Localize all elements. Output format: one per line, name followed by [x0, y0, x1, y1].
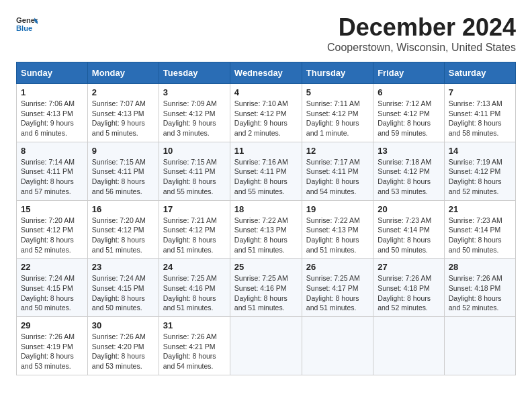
day-info: Sunrise: 7:15 AMSunset: 4:11 PMDaylight:…	[92, 157, 154, 197]
calendar-cell: 6Sunrise: 7:12 AMSunset: 4:12 PMDaylight…	[373, 84, 445, 142]
calendar-body: 1Sunrise: 7:06 AMSunset: 4:13 PMDaylight…	[17, 84, 516, 375]
day-info: Sunrise: 7:19 AMSunset: 4:12 PMDaylight:…	[449, 157, 511, 197]
calendar-cell: 10Sunrise: 7:15 AMSunset: 4:11 PMDayligh…	[159, 142, 230, 200]
day-number: 15	[21, 204, 83, 214]
page-subtitle: Cooperstown, Wisconsin, United States	[327, 42, 516, 54]
calendar-header-friday: Friday	[373, 62, 445, 84]
day-info: Sunrise: 7:06 AMSunset: 4:13 PMDaylight:…	[21, 99, 83, 138]
calendar-cell: 4Sunrise: 7:10 AMSunset: 4:12 PMDaylight…	[230, 84, 302, 142]
calendar-cell: 29Sunrise: 7:26 AMSunset: 4:19 PMDayligh…	[17, 317, 88, 375]
calendar-cell: 15Sunrise: 7:20 AMSunset: 4:12 PMDayligh…	[17, 200, 88, 259]
calendar-cell	[302, 317, 373, 375]
calendar-cell: 30Sunrise: 7:26 AMSunset: 4:20 PMDayligh…	[87, 317, 159, 375]
calendar-cell: 20Sunrise: 7:23 AMSunset: 4:14 PMDayligh…	[373, 200, 445, 259]
day-number: 31	[163, 320, 226, 330]
calendar-table: SundayMondayTuesdayWednesdayThursdayFrid…	[16, 62, 516, 375]
calendar-cell: 28Sunrise: 7:26 AMSunset: 4:18 PMDayligh…	[444, 259, 515, 317]
day-info: Sunrise: 7:23 AMSunset: 4:14 PMDaylight:…	[378, 216, 440, 255]
calendar-cell	[230, 317, 302, 375]
calendar-header-row: SundayMondayTuesdayWednesdayThursdayFrid…	[17, 62, 516, 84]
day-info: Sunrise: 7:25 AMSunset: 4:17 PMDaylight:…	[306, 273, 369, 313]
day-number: 5	[306, 87, 369, 97]
calendar-cell: 21Sunrise: 7:23 AMSunset: 4:14 PMDayligh…	[444, 200, 515, 259]
day-number: 17	[163, 204, 226, 214]
day-number: 7	[449, 87, 511, 97]
calendar-cell: 13Sunrise: 7:18 AMSunset: 4:12 PMDayligh…	[373, 142, 445, 200]
day-number: 30	[92, 320, 154, 330]
calendar-week-row: 8Sunrise: 7:14 AMSunset: 4:11 PMDaylight…	[17, 142, 516, 200]
calendar-cell: 18Sunrise: 7:22 AMSunset: 4:13 PMDayligh…	[230, 200, 302, 259]
day-info: Sunrise: 7:09 AMSunset: 4:12 PMDaylight:…	[163, 99, 226, 138]
day-info: Sunrise: 7:13 AMSunset: 4:11 PMDaylight:…	[449, 99, 511, 138]
day-info: Sunrise: 7:21 AMSunset: 4:12 PMDaylight:…	[163, 216, 226, 255]
calendar-week-row: 29Sunrise: 7:26 AMSunset: 4:19 PMDayligh…	[17, 317, 516, 375]
day-info: Sunrise: 7:22 AMSunset: 4:13 PMDaylight:…	[234, 216, 298, 255]
day-info: Sunrise: 7:26 AMSunset: 4:20 PMDaylight:…	[92, 332, 154, 371]
day-info: Sunrise: 7:11 AMSunset: 4:12 PMDaylight:…	[306, 99, 369, 138]
calendar-header-saturday: Saturday	[444, 62, 515, 84]
calendar-header-monday: Monday	[87, 62, 159, 84]
day-info: Sunrise: 7:18 AMSunset: 4:12 PMDaylight:…	[378, 157, 440, 197]
day-number: 4	[234, 87, 298, 97]
calendar-cell: 17Sunrise: 7:21 AMSunset: 4:12 PMDayligh…	[159, 200, 230, 259]
calendar-cell: 16Sunrise: 7:20 AMSunset: 4:12 PMDayligh…	[87, 200, 159, 259]
day-info: Sunrise: 7:07 AMSunset: 4:13 PMDaylight:…	[92, 99, 154, 138]
day-info: Sunrise: 7:25 AMSunset: 4:16 PMDaylight:…	[163, 273, 226, 313]
calendar-cell: 22Sunrise: 7:24 AMSunset: 4:15 PMDayligh…	[17, 259, 88, 317]
day-number: 10	[163, 146, 226, 156]
calendar-header-wednesday: Wednesday	[230, 62, 302, 84]
calendar-cell: 3Sunrise: 7:09 AMSunset: 4:12 PMDaylight…	[159, 84, 230, 142]
calendar-cell: 8Sunrise: 7:14 AMSunset: 4:11 PMDaylight…	[17, 142, 88, 200]
day-number: 9	[92, 146, 154, 156]
day-number: 25	[234, 262, 298, 272]
calendar-cell: 9Sunrise: 7:15 AMSunset: 4:11 PMDaylight…	[87, 142, 159, 200]
calendar-cell: 1Sunrise: 7:06 AMSunset: 4:13 PMDaylight…	[17, 84, 88, 142]
day-info: Sunrise: 7:15 AMSunset: 4:11 PMDaylight:…	[163, 157, 226, 197]
day-info: Sunrise: 7:26 AMSunset: 4:18 PMDaylight:…	[378, 273, 440, 313]
logo-icon: General Blue	[16, 13, 38, 35]
day-info: Sunrise: 7:26 AMSunset: 4:18 PMDaylight:…	[449, 273, 511, 313]
day-number: 22	[21, 262, 83, 272]
day-number: 29	[21, 320, 83, 330]
day-info: Sunrise: 7:26 AMSunset: 4:21 PMDaylight:…	[163, 332, 226, 371]
day-number: 8	[21, 146, 83, 156]
day-number: 13	[378, 146, 440, 156]
day-info: Sunrise: 7:10 AMSunset: 4:12 PMDaylight:…	[234, 99, 298, 138]
logo: General Blue	[16, 13, 38, 35]
day-number: 26	[306, 262, 369, 272]
day-number: 19	[306, 204, 369, 214]
day-number: 27	[378, 262, 440, 272]
page-header: General Blue December 2024 Cooperstown, …	[16, 13, 516, 54]
day-info: Sunrise: 7:14 AMSunset: 4:11 PMDaylight:…	[21, 157, 83, 197]
day-number: 1	[21, 87, 83, 97]
calendar-cell: 25Sunrise: 7:25 AMSunset: 4:16 PMDayligh…	[230, 259, 302, 317]
day-info: Sunrise: 7:12 AMSunset: 4:12 PMDaylight:…	[378, 99, 440, 138]
day-info: Sunrise: 7:20 AMSunset: 4:12 PMDaylight:…	[21, 216, 83, 255]
calendar-header-tuesday: Tuesday	[159, 62, 230, 84]
day-number: 12	[306, 146, 369, 156]
page-title: December 2024	[327, 13, 516, 42]
day-number: 2	[92, 87, 154, 97]
day-number: 21	[449, 204, 511, 214]
calendar-cell: 7Sunrise: 7:13 AMSunset: 4:11 PMDaylight…	[444, 84, 515, 142]
day-number: 14	[449, 146, 511, 156]
calendar-header-thursday: Thursday	[302, 62, 373, 84]
day-info: Sunrise: 7:22 AMSunset: 4:13 PMDaylight:…	[306, 216, 369, 255]
calendar-cell: 23Sunrise: 7:24 AMSunset: 4:15 PMDayligh…	[87, 259, 159, 317]
day-number: 6	[378, 87, 440, 97]
day-info: Sunrise: 7:16 AMSunset: 4:11 PMDaylight:…	[234, 157, 298, 197]
svg-text:Blue: Blue	[16, 24, 32, 32]
calendar-header-sunday: Sunday	[17, 62, 88, 84]
day-number: 24	[163, 262, 226, 272]
day-info: Sunrise: 7:17 AMSunset: 4:11 PMDaylight:…	[306, 157, 369, 197]
day-info: Sunrise: 7:24 AMSunset: 4:15 PMDaylight:…	[21, 273, 83, 313]
calendar-cell	[444, 317, 515, 375]
calendar-week-row: 15Sunrise: 7:20 AMSunset: 4:12 PMDayligh…	[17, 200, 516, 259]
day-info: Sunrise: 7:24 AMSunset: 4:15 PMDaylight:…	[92, 273, 154, 313]
day-number: 11	[234, 146, 298, 156]
title-block: December 2024 Cooperstown, Wisconsin, Un…	[327, 13, 516, 54]
calendar-cell: 5Sunrise: 7:11 AMSunset: 4:12 PMDaylight…	[302, 84, 373, 142]
day-number: 23	[92, 262, 154, 272]
calendar-cell: 11Sunrise: 7:16 AMSunset: 4:11 PMDayligh…	[230, 142, 302, 200]
calendar-cell: 2Sunrise: 7:07 AMSunset: 4:13 PMDaylight…	[87, 84, 159, 142]
